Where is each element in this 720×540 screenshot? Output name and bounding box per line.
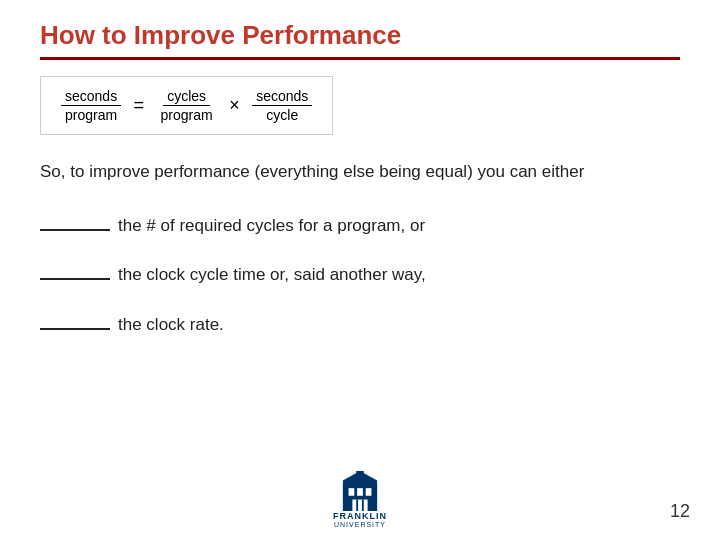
logo-text-university: UNIVERSITY	[334, 521, 386, 528]
frac1-numerator: seconds	[61, 87, 121, 106]
formula-box: seconds program = cycles program × secon…	[40, 76, 333, 135]
bullet-line-3: the clock rate.	[40, 312, 680, 338]
frac2-denominator: program	[157, 106, 217, 124]
bullet-text-3: the clock rate.	[118, 312, 224, 338]
frac2-numerator: cycles	[163, 87, 210, 106]
bullet-text-1: the # of required cycles for a program, …	[118, 213, 425, 239]
bullet-text-2: the clock cycle time or, said another wa…	[118, 262, 426, 288]
slide-number: 12	[670, 501, 690, 522]
intro-text: So, to improve performance (everything e…	[40, 159, 680, 185]
slide-container: How to Improve Performance seconds progr…	[0, 0, 720, 540]
bullet-line-1: the # of required cycles for a program, …	[40, 213, 680, 239]
svg-rect-3	[357, 488, 363, 496]
fraction-1: seconds program	[61, 87, 121, 124]
blank-1	[40, 229, 110, 231]
franklin-logo: FRANKLIN UNIVERSITY	[333, 471, 387, 528]
svg-rect-7	[362, 500, 364, 511]
title-divider	[40, 57, 680, 60]
svg-rect-6	[356, 500, 358, 511]
svg-rect-2	[349, 488, 355, 496]
logo-text-franklin: FRANKLIN	[333, 511, 387, 521]
equals-sign: =	[126, 95, 153, 115]
blank-3	[40, 328, 110, 330]
blank-2	[40, 278, 110, 280]
content-body: So, to improve performance (everything e…	[40, 159, 680, 337]
svg-rect-5	[352, 500, 367, 511]
fraction-2: cycles program	[157, 87, 217, 124]
svg-rect-4	[366, 488, 372, 496]
frac3-denominator: cycle	[262, 106, 302, 124]
bullet-line-2: the clock cycle time or, said another wa…	[40, 262, 680, 288]
logo-svg-icon	[342, 471, 378, 511]
fraction-3: seconds cycle	[252, 87, 312, 124]
frac3-numerator: seconds	[252, 87, 312, 106]
times-sign: ×	[221, 95, 248, 115]
slide-title: How to Improve Performance	[40, 20, 680, 51]
title-area: How to Improve Performance	[40, 20, 680, 60]
frac1-denominator: program	[61, 106, 121, 124]
